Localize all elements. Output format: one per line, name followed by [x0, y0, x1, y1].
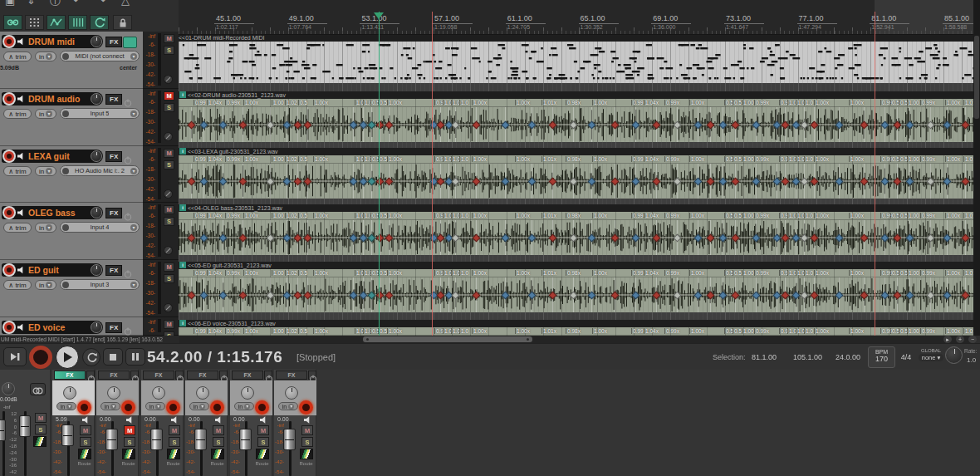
- solo-button[interactable]: S: [213, 437, 224, 447]
- media-item-header[interactable]: i<<05-ED guit-230531_2123.wav: [179, 262, 973, 269]
- selection-start[interactable]: 81.1.00: [752, 353, 777, 361]
- track-name-bar[interactable]: ED guit: [2, 263, 103, 277]
- input-dropdown[interactable]: in▾: [189, 402, 209, 410]
- item-info-icon[interactable]: i: [179, 320, 186, 326]
- solo-button[interactable]: S: [124, 437, 135, 447]
- route-icon[interactable]: [300, 449, 313, 459]
- mixer-strip-3[interactable]: FXin▾0.00-inf-6--18--30--42--54-MSRoute: [141, 370, 184, 476]
- volume-readout[interactable]: 0.00: [189, 416, 200, 422]
- input-routing-dropdown[interactable]: Input 5▾: [60, 108, 140, 119]
- audio-item-body[interactable]: [179, 107, 973, 142]
- track-panel-6[interactable]: ED voiceFX: [0, 317, 143, 336]
- item-info-icon[interactable]: i: [179, 91, 186, 98]
- metronome-icon[interactable]: △: [121, 0, 130, 7]
- route-icon[interactable]: [211, 449, 224, 459]
- media-item-header[interactable]: i<<04-OLEG bass-230531_2123.wav: [179, 204, 973, 212]
- fx-power-icon[interactable]: [124, 96, 132, 104]
- master-pan-knob[interactable]: [2, 382, 15, 395]
- zoom-in-button[interactable]: +: [956, 336, 964, 343]
- fx-power-icon[interactable]: [219, 370, 228, 380]
- speaker-icon[interactable]: [260, 416, 267, 424]
- solo-button[interactable]: S: [257, 437, 269, 447]
- input-dropdown[interactable]: in▾: [278, 402, 298, 410]
- pan-knob[interactable]: [63, 386, 76, 400]
- midi-editor-toggle[interactable]: [25, 15, 44, 30]
- item-info-icon[interactable]: i: [179, 148, 186, 155]
- save-icon[interactable]: ▣: [5, 0, 15, 7]
- playrate-knob[interactable]: [945, 346, 963, 364]
- fx-chip[interactable]: FX: [105, 151, 132, 162]
- route-icon[interactable]: [122, 449, 135, 459]
- record-arm-button[interactable]: [4, 151, 14, 161]
- fx-slot-button[interactable]: FX: [54, 370, 86, 380]
- pan-knob[interactable]: [152, 386, 165, 400]
- fx-power-icon[interactable]: [124, 153, 132, 161]
- fx-chip[interactable]: FX: [105, 265, 132, 276]
- fx-slot-button[interactable]: FX: [276, 370, 307, 380]
- pan-knob[interactable]: [107, 386, 120, 400]
- input-routing-dropdown[interactable]: MIDI (not connect▾: [60, 51, 140, 61]
- volume-knob[interactable]: [91, 93, 102, 105]
- volume-readout[interactable]: 0.00: [277, 416, 289, 422]
- master-mute-button[interactable]: M: [35, 413, 47, 423]
- scroll-mode-button[interactable]: ▸: [943, 336, 952, 343]
- scroll-grip-right[interactable]: [527, 338, 529, 341]
- speaker-icon[interactable]: [17, 209, 25, 217]
- global-automation-box[interactable]: GLOBAL none ▾: [917, 346, 945, 368]
- stop-button[interactable]: [103, 348, 123, 366]
- scroll-grip-left[interactable]: [366, 338, 369, 341]
- master-fader-2[interactable]: [0, 420, 6, 441]
- fx-power-icon[interactable]: [264, 370, 272, 380]
- input-monitor-dropdown[interactable]: in▾: [35, 166, 56, 176]
- pan-knob[interactable]: [241, 386, 254, 400]
- input-monitor-dropdown[interactable]: in▾: [35, 280, 56, 290]
- speaker-icon[interactable]: [17, 38, 25, 46]
- track-name[interactable]: OLEG bass: [28, 208, 91, 218]
- fx-button[interactable]: FX: [105, 265, 122, 276]
- fx-button[interactable]: FX: [105, 94, 122, 105]
- track-panel-1[interactable]: DRUM midiFX∧ trimin▾MIDI (not connect▾5.…: [0, 32, 143, 89]
- mute-button[interactable]: M: [213, 425, 224, 435]
- fx-chip[interactable]: FX: [105, 94, 132, 105]
- repeat-button[interactable]: [82, 348, 100, 366]
- input-routing-dropdown[interactable]: Input 3▾: [60, 279, 140, 290]
- mixer-strip-4[interactable]: FXin▾0.00-inf-6--18--30--42--54-MSRoute: [185, 370, 228, 476]
- track-lanes[interactable]: <<01-DRUM midi-Recorded MIDIi<<02-DRUM a…: [179, 0, 973, 336]
- track-name-bar[interactable]: DRUM audio: [2, 92, 103, 106]
- track-panel-4[interactable]: OLEG bassFX∧ trimin▾Input 4▾: [0, 203, 143, 260]
- fx-power-icon[interactable]: [175, 370, 184, 380]
- volume-readout[interactable]: 0.00: [100, 416, 111, 422]
- volume-knob[interactable]: [91, 150, 102, 162]
- input-routing-dropdown[interactable]: Input 4▾: [60, 222, 140, 233]
- volume-fader[interactable]: [283, 429, 296, 450]
- solo-button[interactable]: S: [164, 274, 174, 283]
- volume-fader[interactable]: [150, 429, 163, 450]
- pan-knob[interactable]: [285, 386, 298, 400]
- mixer-strip-5[interactable]: FXin▾0.00-inf-6--18--30--42--54-MSRoute: [230, 370, 272, 476]
- project-info-icon[interactable]: ⓘ: [50, 0, 61, 9]
- fx-chip[interactable]: FX: [105, 37, 137, 47]
- input-dropdown[interactable]: in▾: [145, 402, 165, 410]
- track-panel-5[interactable]: ED guitFX∧ trimin▾Input 3▾: [0, 260, 143, 317]
- mute-button[interactable]: M: [301, 425, 313, 435]
- pan-knob[interactable]: [196, 386, 209, 400]
- fx-power-icon[interactable]: [86, 370, 95, 380]
- audio-item-body[interactable]: [179, 277, 973, 312]
- mixer-strip-6[interactable]: FXin▾0.00-inf-6--18--30--42--54-MSRoute: [274, 370, 316, 476]
- item-info-icon[interactable]: i: [179, 262, 186, 268]
- fx-slot-button[interactable]: FX: [187, 370, 218, 380]
- master-fader[interactable]: [19, 415, 31, 437]
- env-button[interactable]: [164, 246, 173, 255]
- mute-button[interactable]: M: [164, 320, 174, 329]
- volume-fader[interactable]: [105, 429, 118, 450]
- input-monitor-dropdown[interactable]: in▾: [35, 52, 56, 61]
- solo-button[interactable]: S: [164, 217, 174, 226]
- track-name[interactable]: DRUM audio: [28, 94, 91, 104]
- track-panel-2[interactable]: DRUM audioFX∧ trimin▾Input 5▾: [0, 89, 143, 146]
- undo-icon[interactable]: ↶: [73, 0, 82, 7]
- input-monitor-dropdown[interactable]: in▾: [35, 109, 56, 119]
- volume-knob[interactable]: [91, 264, 102, 276]
- trim-env-button[interactable]: ∧ trim: [3, 166, 32, 176]
- render-icon[interactable]: ⇓: [27, 0, 36, 7]
- record-arm-button[interactable]: [121, 400, 135, 415]
